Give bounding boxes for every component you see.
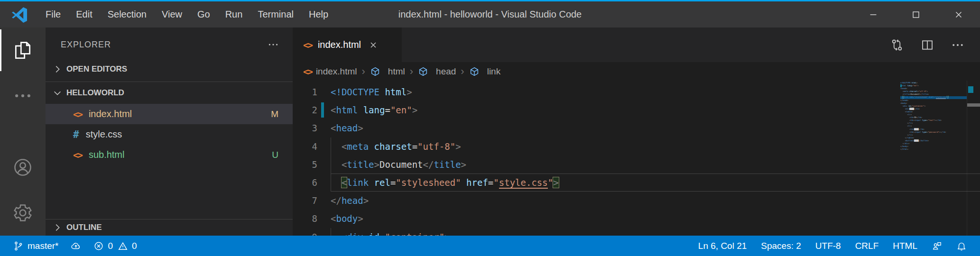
code-line-3[interactable]: 3<head> [293, 119, 980, 137]
code-line-5[interactable]: 5 <title>Document</title> [293, 155, 980, 174]
breadcrumb-item-index-html[interactable]: <>index.html [303, 66, 357, 77]
explorer-more-actions-icon[interactable] [267, 38, 279, 51]
tab-bar: <> index.html [293, 27, 980, 62]
minimap[interactable]: <!DOCTYPE html><html lang="en"><head> <m… [900, 82, 967, 151]
editor-group: <> index.html [293, 27, 980, 236]
menu-help[interactable]: Help [301, 1, 336, 27]
status-right-feedback[interactable] [927, 236, 947, 256]
code-text: <div id="container"> [331, 228, 980, 236]
breadcrumb-item-head[interactable]: head [418, 66, 456, 77]
section-outline[interactable]: OUTLINE [46, 219, 293, 236]
status-left: master*00 [0, 236, 142, 256]
line-number: 3 [293, 119, 331, 137]
maximize-button[interactable] [895, 1, 937, 27]
close-window-button[interactable] [937, 1, 980, 27]
main-area: EXPLORER OPEN EDITORS HELLOWORLD <>index… [0, 27, 980, 236]
code-line-7[interactable]: 7</head> [293, 192, 980, 210]
status-label: 0 [132, 241, 137, 251]
code-line-4[interactable]: 4 <meta charset="utf-8"> [293, 137, 980, 155]
status-left-0[interactable]: 0 [117, 236, 142, 256]
code-line-9[interactable]: 9 <div id="container"> [293, 228, 980, 236]
sidebar-spacer [46, 165, 293, 219]
code-text: <meta charset="utf-8"> [331, 137, 980, 155]
code-line-8[interactable]: 8<body> [293, 210, 980, 228]
breadcrumb-label: head [436, 66, 456, 77]
explorer-icon[interactable] [0, 27, 46, 73]
code-text: </head> [331, 192, 980, 210]
status-bar: master*00 Ln 6, Col 21Spaces: 2UTF-8CRLF… [0, 236, 980, 256]
outline-label: OUTLINE [66, 223, 102, 232]
overview-ruler[interactable] [967, 81, 980, 236]
tab-index-html[interactable]: <> index.html [293, 27, 402, 62]
more-views-icon[interactable] [0, 73, 46, 119]
cloud-upload-icon [71, 241, 81, 251]
status-right-ln-6-col-21[interactable]: Ln 6, Col 21 [693, 236, 751, 256]
close-tab-icon[interactable] [369, 40, 378, 50]
menu-bar: FileEditSelectionViewGoRunTerminalHelp [38, 1, 336, 27]
ruler-cursor-marker [967, 103, 980, 107]
status-label: CRLF [855, 241, 879, 251]
code-text: <title>Document</title> [331, 155, 980, 174]
more-actions-icon[interactable] [951, 38, 965, 52]
menu-selection[interactable]: Selection [100, 1, 154, 27]
status-right-utf-8[interactable]: UTF-8 [811, 236, 846, 256]
status-right-html[interactable]: HTML [888, 236, 922, 256]
breadcrumb-item-link[interactable]: link [469, 66, 501, 77]
indent-guide [331, 174, 331, 192]
code-text: <html lang="en"> [331, 101, 980, 119]
window-controls [852, 1, 980, 27]
section-folder-helloworld[interactable]: HELLOWORLD [46, 82, 293, 104]
minimize-button[interactable] [852, 1, 895, 27]
line-number: 9 [293, 228, 331, 236]
vscode-window: FileEditSelectionViewGoRunTerminalHelp i… [0, 0, 980, 256]
section-open-editors[interactable]: OPEN EDITORS [46, 57, 293, 82]
html-file-icon: <> [73, 150, 82, 160]
symbol-cube-icon [418, 66, 432, 77]
code-line-1[interactable]: 1<!DOCTYPE html> [293, 83, 980, 101]
line-number: 8 [293, 210, 331, 228]
breadcrumb-item-html[interactable]: html [370, 66, 405, 77]
file-item-style-css[interactable]: #style.css [46, 124, 293, 145]
warning-icon [118, 241, 128, 251]
menu-terminal[interactable]: Terminal [250, 1, 301, 27]
open-changes-icon[interactable] [890, 38, 904, 52]
settings-gear-icon[interactable] [0, 190, 46, 236]
split-editor-icon[interactable] [920, 38, 934, 52]
status-left-cloud-upload[interactable] [66, 236, 86, 256]
breadcrumb-label: link [487, 66, 501, 77]
file-item-sub-html[interactable]: <>sub.htmlU [46, 145, 293, 165]
error-icon [93, 241, 104, 251]
menu-file[interactable]: File [38, 1, 68, 27]
chevron-down-icon [52, 88, 63, 98]
html-file-icon: <> [73, 109, 82, 119]
minimap-modified-marker [900, 84, 902, 87]
menu-run[interactable]: Run [218, 1, 250, 27]
status-right-spaces-2[interactable]: Spaces: 2 [756, 236, 806, 256]
account-icon[interactable] [0, 145, 46, 190]
code-text: <link rel="stylesheed" href="style.css"> [331, 174, 980, 192]
status-label: Ln 6, Col 21 [698, 241, 747, 251]
code-text: <body> [331, 210, 980, 228]
status-left-0[interactable]: 0 [89, 236, 114, 256]
chevron-right-icon [52, 64, 63, 74]
git-status-badge: U [272, 150, 278, 160]
status-right-crlf[interactable]: CRLF [851, 236, 884, 256]
menu-go[interactable]: Go [190, 1, 218, 27]
status-label: Spaces: 2 [761, 241, 801, 251]
code-line-6[interactable]: 6 <link rel="stylesheed" href="style.css… [293, 174, 980, 192]
menu-edit[interactable]: Edit [68, 1, 100, 27]
file-name: sub.html [89, 149, 125, 160]
menu-view[interactable]: View [154, 1, 190, 27]
status-label: master* [28, 241, 58, 251]
title-bar: FileEditSelectionViewGoRunTerminalHelp i… [0, 0, 980, 27]
file-item-index-html[interactable]: <>index.htmlM [46, 104, 293, 124]
status-right-bell[interactable] [952, 236, 971, 256]
file-name: style.css [86, 129, 122, 140]
open-editors-label: OPEN EDITORS [66, 64, 127, 74]
status-left-master[interactable]: master* [9, 236, 63, 256]
indent-guide [331, 228, 331, 236]
code-editor[interactable]: 1<!DOCTYPE html>2<html lang="en">3<head>… [293, 81, 980, 236]
code-line-2[interactable]: 2<html lang="en"> [293, 101, 980, 119]
activity-bar [0, 27, 46, 236]
line-number: 1 [293, 83, 331, 101]
